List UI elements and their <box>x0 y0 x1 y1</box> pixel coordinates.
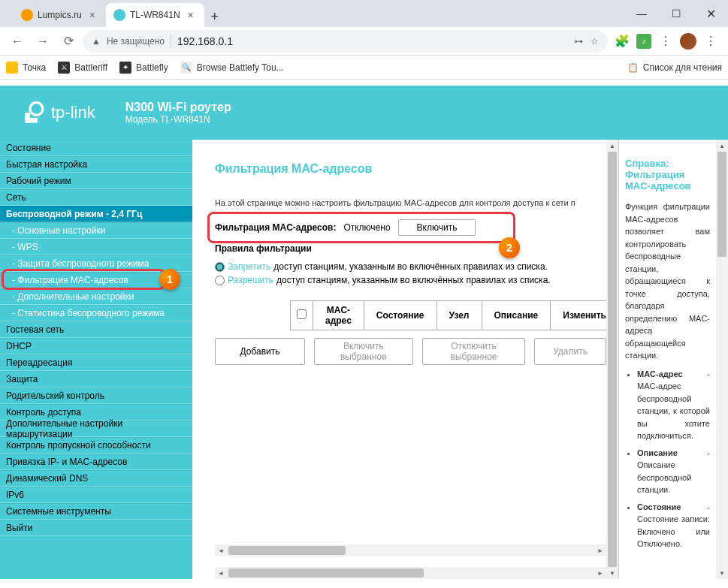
browser-tab-router[interactable]: TL-WR841N × <box>106 3 204 27</box>
sidebar-item[interactable]: - Защита беспроводного режима <box>0 255 192 272</box>
enable-selected-button[interactable]: Включить выбранное <box>314 338 413 365</box>
close-icon[interactable]: × <box>86 8 98 23</box>
router-header: tp-link N300 Wi-Fi роутер Модель TL-WR84… <box>0 86 728 140</box>
sidebar-item[interactable]: Контроль пропускной способности <box>0 437 192 454</box>
separator <box>171 35 171 48</box>
bookmark-item[interactable]: 🔍Browse Battlefy Tou... <box>180 62 284 74</box>
sidebar-item[interactable]: DHCP <box>0 338 192 354</box>
select-all-checkbox[interactable] <box>297 309 307 319</box>
bookmark-label: Battleriff <box>74 62 107 73</box>
sidebar-item[interactable]: Родительский контроль <box>0 387 192 404</box>
sidebar-item[interactable]: - Статистика беспроводного режима <box>0 305 192 321</box>
help-scrollbar[interactable]: ▲ ▼ <box>716 140 728 579</box>
delete-button[interactable]: Удалить <box>534 338 606 365</box>
favicon-icon <box>113 9 125 21</box>
sidebar-item[interactable]: Беспроводной режим - 2,4 ГГц <box>0 206 192 222</box>
window-titlebar: Lumpics.ru × TL-WR841N × + — ☐ ✕ <box>0 0 728 27</box>
sidebar-item[interactable]: Привязка IP- и MAC-адресов <box>0 454 192 470</box>
rule-action-text: Разрешить <box>228 275 273 285</box>
sidebar-item[interactable]: Состояние <box>0 140 192 156</box>
sidebar-item[interactable]: Быстрая настройка <box>0 156 192 173</box>
vertical-scrollbar[interactable]: ▲ ▼ <box>606 140 618 579</box>
sidebar-item[interactable]: Динамический DNS <box>0 470 192 487</box>
tab-title: TL-WR841N <box>130 10 180 20</box>
reading-list-button[interactable]: 📋Список для чтения <box>627 62 722 73</box>
page-title: Фильтрация МАС-адресов <box>215 162 606 176</box>
browser-tab-lumpics[interactable]: Lumpics.ru × <box>14 3 106 27</box>
sidebar-item[interactable]: IPv6 <box>0 487 192 503</box>
product-info: N300 Wi-Fi роутер Модель TL-WR841N <box>125 101 231 125</box>
table-header-row: MAC-адрес Состояние Узел Описание Измени… <box>291 301 607 330</box>
sidebar-item[interactable]: Выйти <box>0 520 192 536</box>
product-model: Модель TL-WR841N <box>125 114 231 125</box>
site-icon: 🔍 <box>180 62 192 74</box>
bookmark-item[interactable]: ✦Battlefly <box>119 62 168 74</box>
horizontal-scrollbar[interactable]: ◄► <box>215 544 606 556</box>
bookmark-item[interactable]: Точка <box>6 62 46 74</box>
add-button[interactable]: Добавить <box>215 338 305 365</box>
rules-section-title: Правила фильтрации <box>215 243 606 254</box>
sidebar-item[interactable]: Системные инструменты <box>0 503 192 520</box>
rule-allow-row[interactable]: Разрешить доступ станциям, указанным во … <box>215 275 606 285</box>
rule-allow-radio[interactable] <box>215 276 225 285</box>
col-modify: Изменить <box>551 301 606 330</box>
sidebar-item[interactable]: Дополнительные настройки маршрутизации <box>0 421 192 437</box>
address-bar[interactable]: ▲ Не защищено 192.168.0.1 ⊶ ☆ <box>83 30 608 53</box>
close-icon[interactable]: × <box>185 8 197 23</box>
star-icon[interactable]: ☆ <box>591 36 599 47</box>
chrome-menu-button[interactable]: ⋮ <box>699 30 722 53</box>
horizontal-scrollbar[interactable]: ◄► <box>215 567 606 579</box>
menu-button[interactable]: ⋮ <box>654 30 677 53</box>
col-host: Узел <box>436 301 482 330</box>
site-icon: ✦ <box>119 62 131 74</box>
sidebar-menu: СостояниеБыстрая настройкаРабочий режимС… <box>0 140 192 579</box>
page-description: На этой странице можно настроить фильтра… <box>215 198 606 207</box>
sidebar-item[interactable]: Защита <box>0 371 192 387</box>
bookmark-label: Browse Battlefy Tou... <box>197 62 284 73</box>
disable-selected-button[interactable]: Отключить выбранное <box>422 338 525 365</box>
bookmark-label: Battlefly <box>136 62 168 73</box>
bookmark-label: Точка <box>23 62 46 73</box>
maximize-button[interactable]: ☐ <box>659 0 693 27</box>
help-list-item: Состояние - Состояние записи: Включено и… <box>637 501 710 550</box>
sidebar-item[interactable]: Переадресация <box>0 354 192 371</box>
warning-icon: ▲ <box>92 36 101 47</box>
sidebar-item[interactable]: - WPS <box>0 239 192 255</box>
rule-deny-radio[interactable] <box>215 262 225 272</box>
reload-button[interactable]: ⟳ <box>57 30 80 53</box>
annotation-badge-1: 1 <box>159 269 180 290</box>
close-window-button[interactable]: ✕ <box>693 0 728 27</box>
help-list-item: Описание - Описание беспроводной станции… <box>637 447 710 496</box>
svg-point-0 <box>30 102 43 115</box>
profile-avatar[interactable] <box>680 33 696 50</box>
tplink-icon <box>21 100 47 125</box>
rule-action-text: Запретить <box>228 261 270 272</box>
sidebar-item[interactable]: Рабочий режим <box>0 173 192 189</box>
security-status: Не защищено <box>107 36 165 47</box>
filter-label: Фильтрация MAC-адресов: <box>215 222 336 233</box>
browser-toolbar: ← → ⟳ ▲ Не защищено 192.168.0.1 ⊶ ☆ 🧩 ♪ … <box>0 27 728 56</box>
tab-title: Lumpics.ru <box>38 10 82 20</box>
rule-deny-row[interactable]: Запретить доступ станциям, указанным во … <box>215 261 606 272</box>
bookmark-item[interactable]: ⚔Battleriff <box>58 62 107 74</box>
extensions-button[interactable]: 🧩 <box>611 30 633 53</box>
rule-desc-text: доступ станциям, указанным во включённых… <box>276 275 551 285</box>
folder-icon <box>6 62 18 74</box>
sidebar-item[interactable]: Гостевая сеть <box>0 321 192 338</box>
svg-rect-2 <box>25 118 38 123</box>
sidebar-item[interactable]: - Основные настройки <box>0 222 192 239</box>
extension-icon[interactable]: ♪ <box>636 34 651 49</box>
mac-filter-table: MAC-адрес Состояние Узел Описание Измени… <box>290 300 606 330</box>
key-icon[interactable]: ⊶ <box>574 36 583 47</box>
enable-button[interactable]: Включить <box>398 219 476 236</box>
back-button[interactable]: ← <box>6 30 29 53</box>
filter-status-value: Отключено <box>343 222 390 233</box>
help-intro: Функция фильтрации MAC-адресов позволяет… <box>625 202 710 360</box>
minimize-button[interactable]: — <box>624 0 659 27</box>
sidebar-item[interactable]: - Дополнительные настройки <box>0 288 192 305</box>
list-icon: 📋 <box>627 62 639 73</box>
site-icon: ⚔ <box>58 62 70 74</box>
sidebar-item[interactable]: Сеть <box>0 189 192 206</box>
new-tab-button[interactable]: + <box>204 6 225 27</box>
forward-button[interactable]: → <box>32 30 54 53</box>
